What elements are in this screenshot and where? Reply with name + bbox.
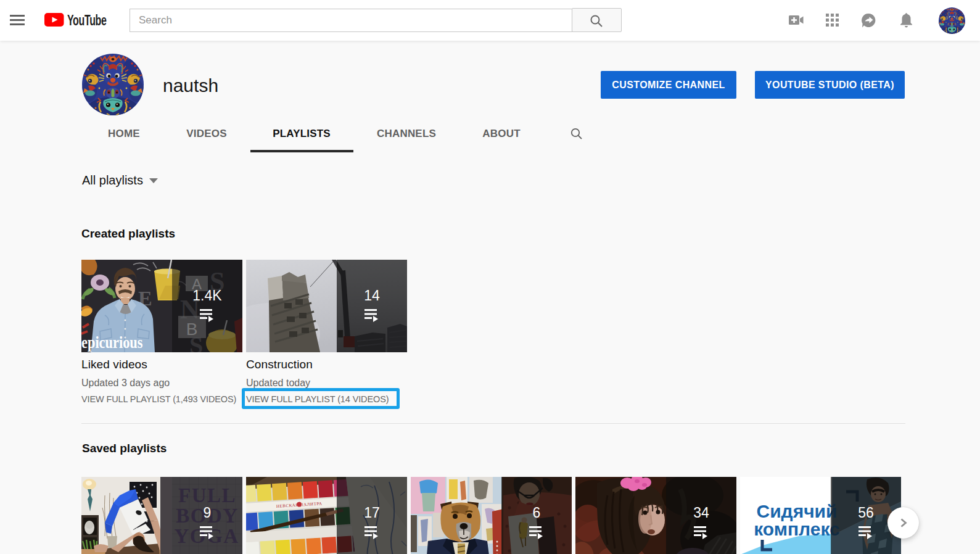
svg-text:YouTube: YouTube <box>67 13 107 27</box>
svg-text:комплекс: комплекс <box>754 519 840 539</box>
svg-text:epicurious: epicurious <box>81 333 143 352</box>
